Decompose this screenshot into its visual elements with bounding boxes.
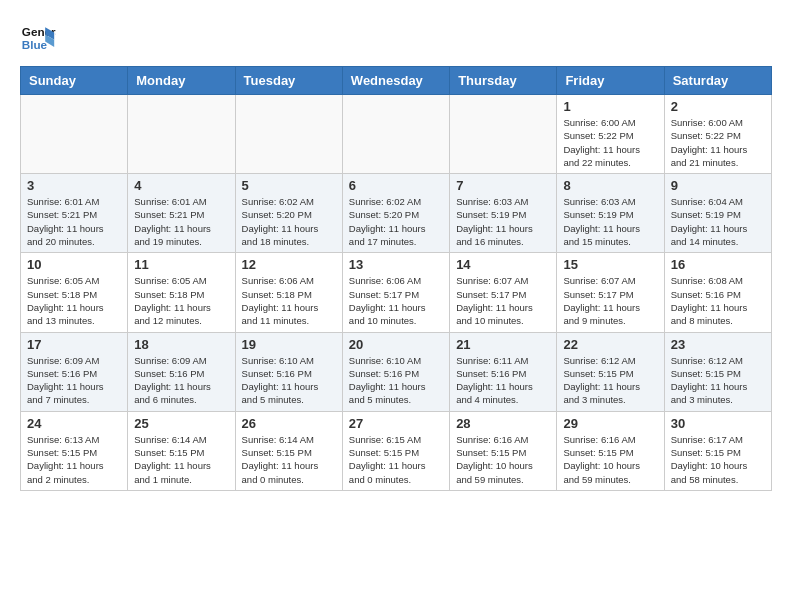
calendar-cell: 19Sunrise: 6:10 AM Sunset: 5:16 PM Dayli… (235, 332, 342, 411)
day-info: Sunrise: 6:02 AM Sunset: 5:20 PM Dayligh… (242, 195, 336, 248)
day-number: 14 (456, 257, 550, 272)
calendar-cell: 5Sunrise: 6:02 AM Sunset: 5:20 PM Daylig… (235, 174, 342, 253)
day-info: Sunrise: 6:12 AM Sunset: 5:15 PM Dayligh… (671, 354, 765, 407)
calendar-cell: 24Sunrise: 6:13 AM Sunset: 5:15 PM Dayli… (21, 411, 128, 490)
logo-icon: General Blue (20, 20, 56, 56)
calendar: SundayMondayTuesdayWednesdayThursdayFrid… (20, 66, 772, 491)
calendar-cell: 3Sunrise: 6:01 AM Sunset: 5:21 PM Daylig… (21, 174, 128, 253)
calendar-cell: 30Sunrise: 6:17 AM Sunset: 5:15 PM Dayli… (664, 411, 771, 490)
day-info: Sunrise: 6:09 AM Sunset: 5:16 PM Dayligh… (134, 354, 228, 407)
calendar-row-4: 24Sunrise: 6:13 AM Sunset: 5:15 PM Dayli… (21, 411, 772, 490)
day-number: 5 (242, 178, 336, 193)
day-info: Sunrise: 6:03 AM Sunset: 5:19 PM Dayligh… (456, 195, 550, 248)
calendar-cell: 18Sunrise: 6:09 AM Sunset: 5:16 PM Dayli… (128, 332, 235, 411)
day-number: 3 (27, 178, 121, 193)
weekday-header-saturday: Saturday (664, 67, 771, 95)
calendar-cell: 15Sunrise: 6:07 AM Sunset: 5:17 PM Dayli… (557, 253, 664, 332)
day-info: Sunrise: 6:13 AM Sunset: 5:15 PM Dayligh… (27, 433, 121, 486)
day-info: Sunrise: 6:05 AM Sunset: 5:18 PM Dayligh… (27, 274, 121, 327)
day-number: 22 (563, 337, 657, 352)
day-number: 30 (671, 416, 765, 431)
day-number: 25 (134, 416, 228, 431)
day-info: Sunrise: 6:14 AM Sunset: 5:15 PM Dayligh… (134, 433, 228, 486)
day-info: Sunrise: 6:07 AM Sunset: 5:17 PM Dayligh… (563, 274, 657, 327)
day-info: Sunrise: 6:16 AM Sunset: 5:15 PM Dayligh… (456, 433, 550, 486)
calendar-cell: 2Sunrise: 6:00 AM Sunset: 5:22 PM Daylig… (664, 95, 771, 174)
day-number: 24 (27, 416, 121, 431)
calendar-row-3: 17Sunrise: 6:09 AM Sunset: 5:16 PM Dayli… (21, 332, 772, 411)
calendar-cell: 23Sunrise: 6:12 AM Sunset: 5:15 PM Dayli… (664, 332, 771, 411)
calendar-cell: 12Sunrise: 6:06 AM Sunset: 5:18 PM Dayli… (235, 253, 342, 332)
weekday-header-monday: Monday (128, 67, 235, 95)
calendar-cell: 16Sunrise: 6:08 AM Sunset: 5:16 PM Dayli… (664, 253, 771, 332)
calendar-header: SundayMondayTuesdayWednesdayThursdayFrid… (21, 67, 772, 95)
day-number: 17 (27, 337, 121, 352)
weekday-header-friday: Friday (557, 67, 664, 95)
day-info: Sunrise: 6:01 AM Sunset: 5:21 PM Dayligh… (27, 195, 121, 248)
day-info: Sunrise: 6:05 AM Sunset: 5:18 PM Dayligh… (134, 274, 228, 327)
day-number: 9 (671, 178, 765, 193)
calendar-cell: 22Sunrise: 6:12 AM Sunset: 5:15 PM Dayli… (557, 332, 664, 411)
day-info: Sunrise: 6:06 AM Sunset: 5:18 PM Dayligh… (242, 274, 336, 327)
day-info: Sunrise: 6:06 AM Sunset: 5:17 PM Dayligh… (349, 274, 443, 327)
weekday-header-sunday: Sunday (21, 67, 128, 95)
day-info: Sunrise: 6:11 AM Sunset: 5:16 PM Dayligh… (456, 354, 550, 407)
calendar-cell: 13Sunrise: 6:06 AM Sunset: 5:17 PM Dayli… (342, 253, 449, 332)
calendar-cell (450, 95, 557, 174)
day-info: Sunrise: 6:07 AM Sunset: 5:17 PM Dayligh… (456, 274, 550, 327)
calendar-cell: 25Sunrise: 6:14 AM Sunset: 5:15 PM Dayli… (128, 411, 235, 490)
day-info: Sunrise: 6:10 AM Sunset: 5:16 PM Dayligh… (349, 354, 443, 407)
calendar-cell (21, 95, 128, 174)
weekday-row: SundayMondayTuesdayWednesdayThursdayFrid… (21, 67, 772, 95)
day-info: Sunrise: 6:01 AM Sunset: 5:21 PM Dayligh… (134, 195, 228, 248)
calendar-row-0: 1Sunrise: 6:00 AM Sunset: 5:22 PM Daylig… (21, 95, 772, 174)
day-info: Sunrise: 6:15 AM Sunset: 5:15 PM Dayligh… (349, 433, 443, 486)
svg-text:Blue: Blue (22, 38, 48, 51)
day-number: 11 (134, 257, 228, 272)
day-info: Sunrise: 6:12 AM Sunset: 5:15 PM Dayligh… (563, 354, 657, 407)
day-info: Sunrise: 6:10 AM Sunset: 5:16 PM Dayligh… (242, 354, 336, 407)
day-info: Sunrise: 6:02 AM Sunset: 5:20 PM Dayligh… (349, 195, 443, 248)
calendar-cell: 4Sunrise: 6:01 AM Sunset: 5:21 PM Daylig… (128, 174, 235, 253)
calendar-row-2: 10Sunrise: 6:05 AM Sunset: 5:18 PM Dayli… (21, 253, 772, 332)
calendar-row-1: 3Sunrise: 6:01 AM Sunset: 5:21 PM Daylig… (21, 174, 772, 253)
calendar-cell: 6Sunrise: 6:02 AM Sunset: 5:20 PM Daylig… (342, 174, 449, 253)
weekday-header-thursday: Thursday (450, 67, 557, 95)
calendar-cell: 1Sunrise: 6:00 AM Sunset: 5:22 PM Daylig… (557, 95, 664, 174)
day-number: 26 (242, 416, 336, 431)
day-number: 23 (671, 337, 765, 352)
calendar-cell: 20Sunrise: 6:10 AM Sunset: 5:16 PM Dayli… (342, 332, 449, 411)
calendar-cell: 10Sunrise: 6:05 AM Sunset: 5:18 PM Dayli… (21, 253, 128, 332)
day-number: 28 (456, 416, 550, 431)
day-number: 6 (349, 178, 443, 193)
weekday-header-tuesday: Tuesday (235, 67, 342, 95)
day-number: 10 (27, 257, 121, 272)
calendar-cell: 21Sunrise: 6:11 AM Sunset: 5:16 PM Dayli… (450, 332, 557, 411)
day-number: 2 (671, 99, 765, 114)
calendar-cell: 9Sunrise: 6:04 AM Sunset: 5:19 PM Daylig… (664, 174, 771, 253)
page-header: General Blue (20, 20, 772, 56)
calendar-cell: 8Sunrise: 6:03 AM Sunset: 5:19 PM Daylig… (557, 174, 664, 253)
day-info: Sunrise: 6:09 AM Sunset: 5:16 PM Dayligh… (27, 354, 121, 407)
day-info: Sunrise: 6:16 AM Sunset: 5:15 PM Dayligh… (563, 433, 657, 486)
day-number: 13 (349, 257, 443, 272)
calendar-cell: 27Sunrise: 6:15 AM Sunset: 5:15 PM Dayli… (342, 411, 449, 490)
calendar-cell: 17Sunrise: 6:09 AM Sunset: 5:16 PM Dayli… (21, 332, 128, 411)
day-info: Sunrise: 6:00 AM Sunset: 5:22 PM Dayligh… (671, 116, 765, 169)
calendar-cell: 26Sunrise: 6:14 AM Sunset: 5:15 PM Dayli… (235, 411, 342, 490)
calendar-cell (128, 95, 235, 174)
logo: General Blue (20, 20, 56, 56)
day-number: 8 (563, 178, 657, 193)
weekday-header-wednesday: Wednesday (342, 67, 449, 95)
day-info: Sunrise: 6:03 AM Sunset: 5:19 PM Dayligh… (563, 195, 657, 248)
day-number: 18 (134, 337, 228, 352)
day-number: 1 (563, 99, 657, 114)
day-number: 7 (456, 178, 550, 193)
day-number: 20 (349, 337, 443, 352)
calendar-cell (342, 95, 449, 174)
calendar-body: 1Sunrise: 6:00 AM Sunset: 5:22 PM Daylig… (21, 95, 772, 491)
calendar-cell: 14Sunrise: 6:07 AM Sunset: 5:17 PM Dayli… (450, 253, 557, 332)
calendar-cell: 11Sunrise: 6:05 AM Sunset: 5:18 PM Dayli… (128, 253, 235, 332)
day-info: Sunrise: 6:17 AM Sunset: 5:15 PM Dayligh… (671, 433, 765, 486)
day-number: 21 (456, 337, 550, 352)
